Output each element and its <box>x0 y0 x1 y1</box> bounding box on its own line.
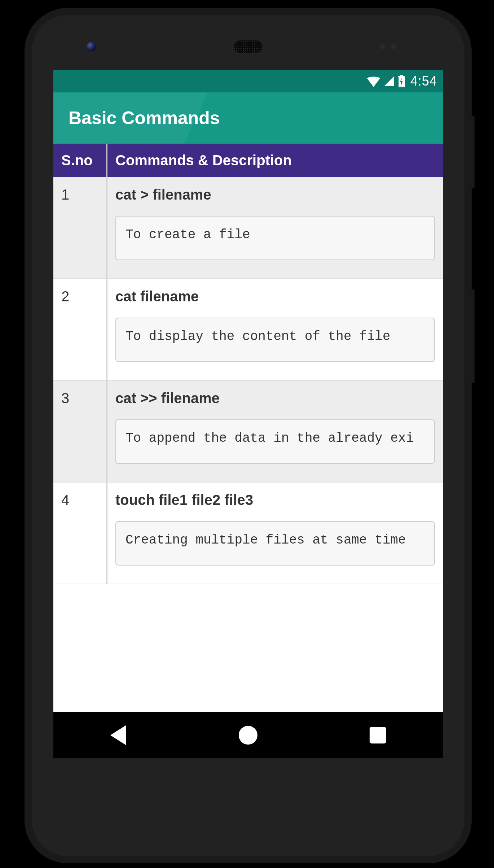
command-text: cat >> filename <box>115 390 435 406</box>
row-content: cat >> filename To append the data in th… <box>107 381 443 482</box>
status-bar: 4:54 <box>53 70 443 92</box>
row-content: cat filename To display the content of t… <box>107 279 443 380</box>
phone-frame: 4:54 Basic Commands S.no Commands & Desc… <box>25 8 472 863</box>
table-body[interactable]: 1 cat > filename To create a file 2 cat … <box>53 177 443 584</box>
row-sno: 4 <box>53 483 107 584</box>
description-box: To append the data in the already exi <box>115 419 435 464</box>
row-content: cat > filename To create a file <box>107 177 443 278</box>
table-row: 4 touch file1 file2 file3 Creating multi… <box>53 483 443 584</box>
wifi-icon <box>366 75 381 87</box>
table-row: 2 cat filename To display the content of… <box>53 279 443 381</box>
battery-charging-icon <box>397 75 405 87</box>
cellular-icon <box>384 76 394 87</box>
header-sno: S.no <box>53 144 107 177</box>
command-text: cat filename <box>115 288 435 305</box>
page-title: Basic Commands <box>69 108 220 128</box>
row-sno: 2 <box>53 279 107 380</box>
description-box: To display the content of the file <box>115 318 435 362</box>
table-row: 3 cat >> filename To append the data in … <box>53 381 443 483</box>
phone-side-button <box>471 116 475 188</box>
command-text: touch file1 file2 file3 <box>115 492 435 508</box>
description-box: To create a file <box>115 216 435 260</box>
speaker-grille <box>234 40 263 53</box>
sensor-dots <box>380 44 396 49</box>
table-row: 1 cat > filename To create a file <box>53 177 443 279</box>
back-button[interactable] <box>107 724 129 746</box>
row-sno: 1 <box>53 177 107 278</box>
navigation-bar <box>53 712 443 758</box>
table-header: S.no Commands & Description <box>53 144 443 177</box>
header-desc: Commands & Description <box>107 144 443 177</box>
row-sno: 3 <box>53 381 107 482</box>
screen: 4:54 Basic Commands S.no Commands & Desc… <box>53 70 443 712</box>
commands-table: S.no Commands & Description 1 cat > file… <box>53 144 443 584</box>
phone-side-button-2 <box>471 289 475 383</box>
recents-button[interactable] <box>367 724 389 746</box>
app-bar: Basic Commands <box>53 92 443 144</box>
recents-icon <box>370 727 386 743</box>
description-box: Creating multiple files at same time <box>115 521 435 566</box>
command-text: cat > filename <box>115 187 435 203</box>
home-button[interactable] <box>237 724 259 746</box>
home-icon <box>239 726 257 745</box>
row-content: touch file1 file2 file3 Creating multipl… <box>107 483 443 584</box>
front-camera <box>87 42 96 51</box>
svg-rect-1 <box>400 75 403 77</box>
back-icon <box>110 725 126 745</box>
status-time: 4:54 <box>410 74 437 89</box>
